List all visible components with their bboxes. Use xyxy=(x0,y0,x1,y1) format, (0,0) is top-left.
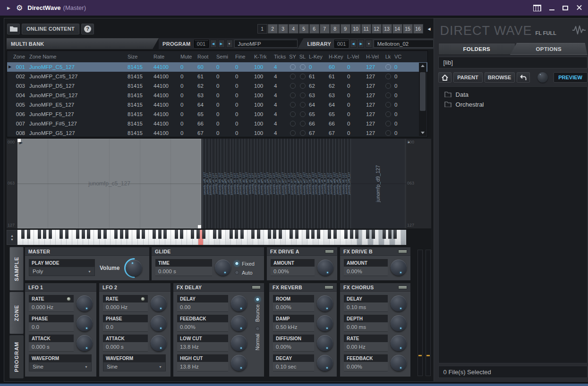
knob[interactable] xyxy=(391,355,407,371)
piano-key-black[interactable] xyxy=(393,230,397,239)
bank-tab-10[interactable]: 10 xyxy=(351,24,361,34)
library-next-icon[interactable]: ▶ xyxy=(358,40,365,48)
zone-handle-topleft[interactable] xyxy=(17,139,21,142)
knob[interactable] xyxy=(317,335,333,351)
piano-key-black[interactable] xyxy=(27,230,30,239)
piano-key-black[interactable] xyxy=(98,230,101,239)
piano-key-black[interactable] xyxy=(163,230,167,239)
sy-toggle-icon[interactable] xyxy=(290,64,296,70)
piano-key-black[interactable] xyxy=(21,230,25,239)
lk-toggle-icon[interactable] xyxy=(385,74,391,79)
table-scrollbar[interactable] xyxy=(419,63,426,136)
piano-key-black[interactable] xyxy=(49,230,52,239)
piano-key-black[interactable] xyxy=(366,230,369,239)
knob[interactable] xyxy=(77,295,93,311)
piano-key-black[interactable] xyxy=(295,230,298,239)
zone-row[interactable]: 003JunoMFP_D5_12781415441000620010046262… xyxy=(7,81,427,91)
lk-toggle-icon[interactable] xyxy=(385,111,391,117)
zone-row[interactable]: 006JunoMFP_F5_12781415441000650010046565… xyxy=(7,109,427,119)
param-dropdown[interactable]: Sine▼ xyxy=(29,362,92,371)
tab-folders[interactable]: FOLDERS xyxy=(438,43,515,55)
library-prev-icon[interactable]: ◀ xyxy=(350,40,357,48)
piano-key-black[interactable] xyxy=(328,230,331,239)
bank-tab-15[interactable]: 15 xyxy=(403,24,413,34)
piano-key-black[interactable] xyxy=(191,230,194,239)
help-button[interactable]: ? xyxy=(81,24,94,34)
bank-tab-6[interactable]: 6 xyxy=(309,24,319,34)
section-enable-led[interactable] xyxy=(252,285,261,289)
knob[interactable] xyxy=(215,260,231,276)
volume-knob[interactable] xyxy=(123,257,145,279)
piano-key-black[interactable] xyxy=(60,230,63,239)
piano-key-black[interactable] xyxy=(251,230,255,239)
lk-toggle-icon[interactable] xyxy=(385,64,391,70)
piano-key-black[interactable] xyxy=(180,230,183,239)
bank-tab-1[interactable]: 1 xyxy=(257,24,267,34)
sl-toggle-icon[interactable] xyxy=(300,83,306,89)
piano-key-black[interactable] xyxy=(230,230,233,239)
plugin-menu-arrow-icon[interactable]: ▶ xyxy=(7,6,10,10)
piano-key-black[interactable] xyxy=(235,230,238,239)
knob[interactable] xyxy=(391,315,407,331)
sl-toggle-icon[interactable] xyxy=(300,130,306,136)
home-button[interactable] xyxy=(438,72,452,83)
parent-button[interactable]: PARENT xyxy=(453,72,483,83)
piano-key-black[interactable] xyxy=(114,230,118,239)
lk-toggle-icon[interactable] xyxy=(385,92,391,98)
section-enable-led[interactable] xyxy=(398,250,407,253)
piano-key-black[interactable] xyxy=(213,230,216,239)
knob[interactable] xyxy=(317,315,333,331)
sl-toggle-icon[interactable] xyxy=(300,64,306,70)
piano-key-black[interactable] xyxy=(279,230,282,239)
piano-key-black[interactable] xyxy=(257,230,260,239)
program-dropdown-icon[interactable]: ▼ xyxy=(226,40,233,48)
multi-bank-header[interactable]: MULTI BANK xyxy=(7,38,159,49)
piano-key-black[interactable] xyxy=(196,230,200,239)
knob[interactable] xyxy=(317,295,333,311)
piano-key-black[interactable] xyxy=(120,230,123,239)
collapse-left-icon[interactable]: ◀ xyxy=(426,24,433,34)
piano-key-black[interactable] xyxy=(306,230,309,239)
glide-fixed-option[interactable]: Fixed xyxy=(235,261,262,267)
zone-map[interactable]: ▶ junomfp_c5_127 junomfp_c#5_127junomfp_… xyxy=(17,139,406,228)
bank-tab-5[interactable]: 5 xyxy=(299,24,309,34)
tab-sample[interactable]: SAMPLE xyxy=(9,247,24,291)
piano-key-black[interactable] xyxy=(158,230,162,239)
scroll-up-icon[interactable] xyxy=(421,65,425,67)
close-button[interactable] xyxy=(576,5,582,11)
program-next-icon[interactable]: ▶ xyxy=(218,40,225,48)
library-number[interactable]: 001 xyxy=(334,40,349,48)
zone-row[interactable]: 004JunoMFP_D#5_1278141544100063001004636… xyxy=(7,91,427,100)
bank-tab-14[interactable]: 14 xyxy=(392,24,402,34)
bank-tab-11[interactable]: 11 xyxy=(361,24,371,34)
knob[interactable] xyxy=(391,260,407,276)
piano-key-black[interactable] xyxy=(355,230,358,239)
piano-key-black[interactable] xyxy=(218,230,222,239)
piano-key-black[interactable] xyxy=(87,230,90,239)
zone-row[interactable]: ▶001JunoMFP_C5_1278141544100060001004060… xyxy=(7,62,427,72)
piano-key-black[interactable] xyxy=(268,230,271,239)
knob[interactable] xyxy=(231,355,247,371)
bank-tab-8[interactable]: 8 xyxy=(330,24,340,34)
tab-program[interactable]: PROGRAM xyxy=(9,335,24,378)
piano-key-black[interactable] xyxy=(333,230,337,239)
zone-row[interactable]: 008JunoMFP_G5_12781415441000670010046767… xyxy=(7,128,427,138)
zone-row[interactable]: 007JunoMFP_F#5_1278141544100066001004666… xyxy=(7,119,427,128)
piano-key-black[interactable] xyxy=(82,230,85,239)
piano-keyboard[interactable] xyxy=(17,230,406,245)
sl-toggle-icon[interactable] xyxy=(300,121,306,126)
keyboard-octave-spinner[interactable]: ▲ ▼ xyxy=(7,230,17,245)
lk-toggle-icon[interactable] xyxy=(385,102,391,108)
piano-key-black[interactable] xyxy=(103,230,107,239)
scroll-down-icon[interactable] xyxy=(421,132,425,134)
bank-tab-16[interactable]: 16 xyxy=(413,24,423,34)
knob[interactable] xyxy=(317,355,333,371)
piano-key-black[interactable] xyxy=(142,230,145,239)
map-scroll-up-icon[interactable]: ▲ xyxy=(407,140,429,143)
sy-toggle-icon[interactable] xyxy=(290,102,296,108)
knob[interactable] xyxy=(391,335,407,351)
knob[interactable] xyxy=(391,295,407,311)
scrollbar-thumb[interactable] xyxy=(420,72,426,111)
knob[interactable] xyxy=(231,315,247,331)
bank-tab-3[interactable]: 3 xyxy=(278,24,288,34)
